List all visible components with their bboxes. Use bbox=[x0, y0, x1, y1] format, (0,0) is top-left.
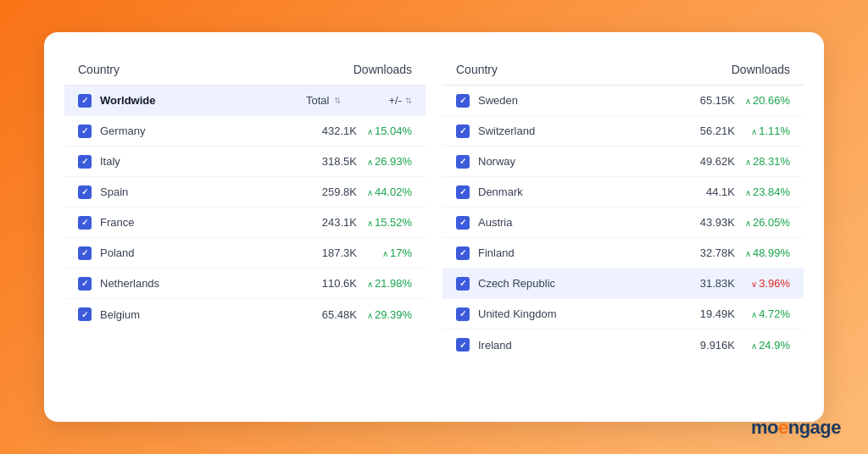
table-row[interactable]: Norway 49.62K 28.31% bbox=[442, 147, 804, 177]
downloads-total: 43.93K bbox=[684, 216, 735, 229]
worldwide-checkbox[interactable] bbox=[78, 94, 92, 108]
downloads-total: 432.1K bbox=[306, 125, 357, 137]
downloads-change: 24.9% bbox=[735, 339, 790, 352]
downloads-total: 19.49K bbox=[684, 307, 735, 320]
country-name: Germany bbox=[100, 125, 306, 137]
country-name: Netherlands bbox=[100, 277, 306, 290]
worldwide-change: +/- ⇅ bbox=[357, 94, 412, 107]
downloads-change: 4.72% bbox=[735, 307, 790, 320]
country-name: Czech Republic bbox=[478, 277, 684, 290]
arrow-up-icon bbox=[367, 185, 373, 198]
table-row[interactable]: Ireland 9.916K 24.9% bbox=[442, 329, 804, 360]
downloads-change: 23.84% bbox=[735, 185, 790, 198]
left-table-header: Country Downloads bbox=[64, 53, 426, 86]
checkbox[interactable] bbox=[456, 307, 470, 321]
downloads-total: 31.83K bbox=[684, 277, 735, 290]
checkbox[interactable] bbox=[78, 185, 92, 199]
table-row[interactable]: Netherlands 110.6K 21.98% bbox=[64, 269, 426, 299]
country-name: United Kingdom bbox=[478, 307, 684, 320]
downloads-total: 318.5K bbox=[306, 155, 357, 168]
table-row[interactable]: Finland 32.78K 48.99% bbox=[442, 238, 804, 269]
checkbox[interactable] bbox=[78, 125, 92, 138]
left-country-header: Country bbox=[78, 63, 120, 76]
arrow-up-icon bbox=[367, 155, 373, 168]
country-name: France bbox=[100, 216, 306, 229]
downloads-total: 32.78K bbox=[684, 246, 735, 259]
downloads-change: 26.93% bbox=[357, 155, 412, 168]
downloads-total: 49.62K bbox=[684, 155, 735, 168]
worldwide-name: Worldwide bbox=[100, 94, 306, 107]
downloads-total: 56.21K bbox=[684, 125, 735, 137]
arrow-up-icon bbox=[745, 246, 751, 259]
downloads-total: 65.48K bbox=[306, 308, 357, 321]
downloads-change: 15.04% bbox=[357, 125, 412, 137]
table-row[interactable]: Czech Republic 31.83K 3.96% bbox=[442, 269, 804, 299]
country-name: Spain bbox=[100, 185, 306, 198]
arrow-up-icon bbox=[751, 339, 757, 352]
table-row[interactable]: Poland 187.3K 17% bbox=[64, 238, 426, 269]
arrow-up-icon bbox=[751, 125, 757, 137]
right-country-header: Country bbox=[456, 63, 498, 76]
right-downloads-header: Downloads bbox=[732, 63, 790, 76]
table-row[interactable]: Belgium 65.48K 29.39% bbox=[64, 299, 426, 329]
table-row[interactable]: Austria 43.93K 26.05% bbox=[442, 208, 804, 238]
table-row[interactable]: France 243.1K 15.52% bbox=[64, 208, 426, 238]
arrow-up-icon bbox=[367, 216, 373, 229]
country-name: Switzerland bbox=[478, 125, 684, 137]
arrow-up-icon bbox=[745, 216, 751, 229]
right-table-header: Country Downloads bbox=[442, 53, 804, 86]
checkbox[interactable] bbox=[78, 155, 92, 169]
right-table: Country Downloads Sweden 65.15K 20.66% S… bbox=[442, 53, 804, 401]
downloads-total: 110.6K bbox=[306, 277, 357, 290]
downloads-change: 28.31% bbox=[735, 155, 790, 168]
arrow-up-icon bbox=[367, 277, 373, 290]
checkbox[interactable] bbox=[456, 246, 470, 260]
checkbox[interactable] bbox=[456, 155, 470, 169]
table-row[interactable]: Germany 432.1K 15.04% bbox=[64, 116, 426, 147]
downloads-total: 243.1K bbox=[306, 216, 357, 229]
table-row[interactable]: Italy 318.5K 26.93% bbox=[64, 147, 426, 177]
table-row[interactable]: United Kingdom 19.49K 4.72% bbox=[442, 299, 804, 329]
left-table: Country Downloads Worldwide Total ⇅ +/- … bbox=[64, 53, 426, 401]
country-name: Belgium bbox=[100, 308, 306, 321]
arrow-up-icon bbox=[751, 307, 757, 320]
checkbox[interactable] bbox=[78, 246, 92, 260]
downloads-total: 187.3K bbox=[306, 246, 357, 259]
checkbox[interactable] bbox=[456, 94, 470, 108]
country-name: Denmark bbox=[478, 185, 684, 198]
downloads-change: 26.05% bbox=[735, 216, 790, 229]
checkbox[interactable] bbox=[456, 185, 470, 199]
arrow-up-icon bbox=[382, 246, 388, 259]
table-row[interactable]: Switzerland 56.21K 1.11% bbox=[442, 116, 804, 147]
downloads-change: 44.02% bbox=[357, 185, 412, 198]
table-row[interactable]: Denmark 44.1K 23.84% bbox=[442, 177, 804, 208]
table-row[interactable]: Sweden 65.15K 20.66% bbox=[442, 86, 804, 116]
country-name: Austria bbox=[478, 216, 684, 229]
checkbox[interactable] bbox=[456, 338, 470, 352]
checkbox[interactable] bbox=[78, 216, 92, 230]
country-name: Ireland bbox=[478, 339, 684, 352]
checkbox[interactable] bbox=[456, 216, 470, 230]
checkbox[interactable] bbox=[456, 125, 470, 138]
downloads-total: 9.916K bbox=[684, 339, 735, 352]
change-sort-icon: ⇅ bbox=[405, 96, 412, 105]
downloads-change: 17% bbox=[357, 246, 412, 259]
arrow-up-icon bbox=[745, 155, 751, 168]
checkbox[interactable] bbox=[78, 277, 92, 291]
downloads-change: 48.99% bbox=[735, 246, 790, 259]
arrow-down-icon bbox=[751, 277, 757, 290]
checkbox[interactable] bbox=[456, 277, 470, 291]
downloads-total: 44.1K bbox=[684, 185, 735, 198]
downloads-change: 29.39% bbox=[357, 308, 412, 321]
country-name: Sweden bbox=[478, 94, 684, 107]
country-name: Poland bbox=[100, 246, 306, 259]
country-name: Italy bbox=[100, 155, 306, 168]
downloads-total: 65.15K bbox=[684, 94, 735, 107]
downloads-change: 20.66% bbox=[735, 94, 790, 107]
worldwide-row[interactable]: Worldwide Total ⇅ +/- ⇅ bbox=[64, 86, 426, 116]
checkbox[interactable] bbox=[78, 307, 92, 321]
downloads-change: 15.52% bbox=[357, 216, 412, 229]
downloads-total: 259.8K bbox=[306, 185, 357, 198]
table-row[interactable]: Spain 259.8K 44.02% bbox=[64, 177, 426, 208]
moengage-logo: moengage bbox=[751, 417, 841, 439]
